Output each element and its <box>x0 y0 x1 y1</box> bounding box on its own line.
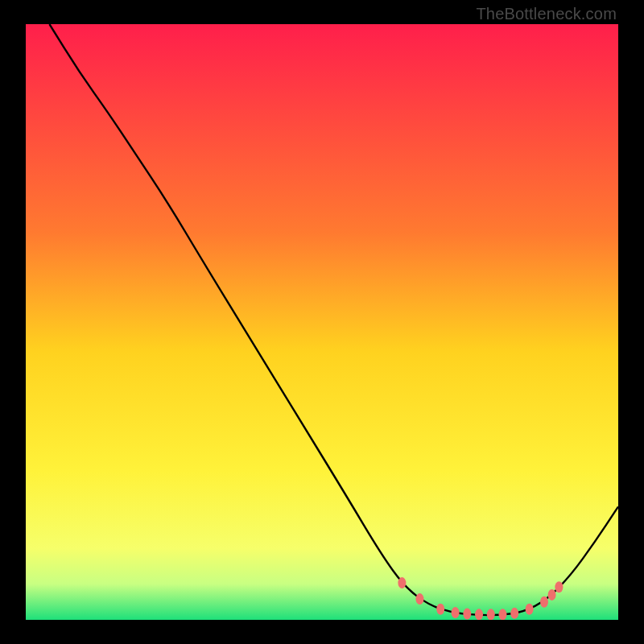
dot-marker <box>510 608 518 619</box>
dot-marker <box>463 609 471 620</box>
dot-marker <box>475 609 483 620</box>
dot-marker <box>540 597 548 608</box>
dot-marker <box>487 609 495 620</box>
dot-marker <box>498 609 506 620</box>
dot-marker <box>555 581 563 592</box>
watermark-text: TheBottleneck.com <box>476 5 617 23</box>
chart-frame <box>26 24 618 620</box>
gradient-bg <box>26 24 618 620</box>
dot-marker <box>415 593 423 605</box>
dot-marker <box>436 604 444 615</box>
dot-marker <box>548 589 556 601</box>
dot-marker <box>526 604 534 615</box>
dot-marker <box>398 577 406 588</box>
chart-svg <box>26 24 618 620</box>
dot-marker <box>452 607 460 618</box>
